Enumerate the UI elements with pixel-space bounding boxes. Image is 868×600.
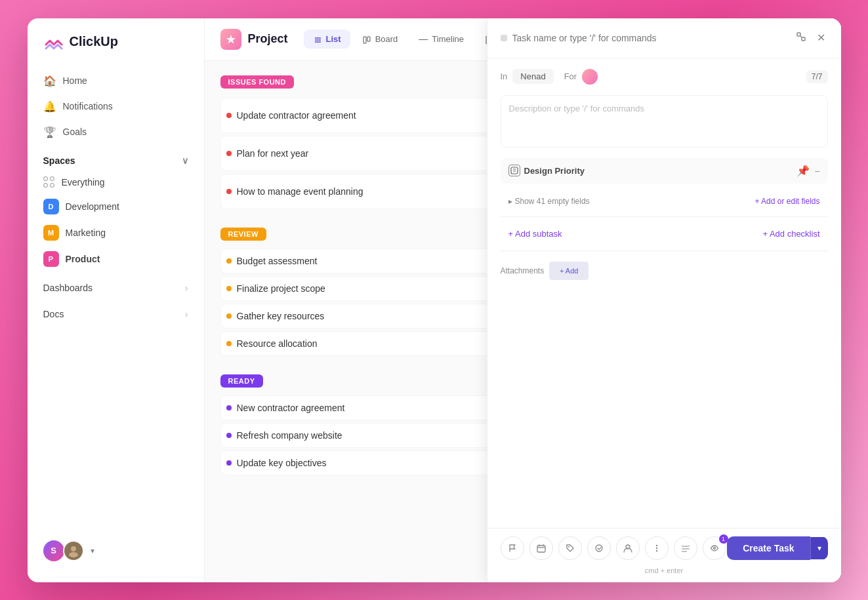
fraction-badge[interactable]: 7/7 (806, 70, 828, 83)
sidebar-item-marketing[interactable]: M Marketing (35, 220, 196, 246)
svg-point-32 (655, 547, 657, 548)
panel-header: ✕ (487, 18, 841, 58)
sidebar-item-product[interactable]: P Product (35, 246, 196, 272)
sidebar: ClickUp 🏠 Home 🔔 Notifications 🏆 Goals S… (28, 18, 205, 582)
sidebar-item-development[interactable]: D Development (35, 193, 196, 220)
add-subtask-btn[interactable]: + Add subtask (508, 229, 562, 239)
app-name: ClickUp (70, 34, 118, 49)
svg-rect-36 (682, 551, 687, 552)
task-dot (226, 405, 232, 410)
spaces-section-header: Spaces ∨ (28, 145, 204, 171)
task-name-input-area (501, 33, 793, 43)
spaces-collapse-icon[interactable]: ∨ (182, 155, 188, 166)
add-checklist-btn[interactable]: + Add checklist (762, 229, 819, 239)
flag-toolbar-btn[interactable] (501, 536, 524, 560)
task-dot (226, 433, 232, 438)
svg-point-33 (655, 550, 657, 551)
tab-board[interactable]: Board (353, 30, 407, 48)
tab-timeline[interactable]: — Timeline (409, 30, 473, 48)
cmd-hint: cmd + enter (501, 567, 828, 574)
svg-point-37 (713, 547, 715, 549)
divider (501, 250, 828, 251)
svg-rect-21 (511, 167, 518, 174)
svg-rect-19 (802, 37, 805, 41)
task-dot (226, 460, 232, 466)
add-fields-link[interactable]: + Add or edit fields (754, 197, 819, 206)
status-toolbar-btn[interactable] (587, 536, 611, 560)
assignee-toolbar-btn[interactable] (616, 536, 640, 560)
sidebar-item-dashboards[interactable]: Dashboards › (28, 277, 204, 298)
avatar-s: S (43, 540, 64, 561)
svg-point-1 (69, 552, 78, 557)
svg-point-31 (655, 544, 657, 546)
sidebar-item-notifications[interactable]: 🔔 Notifications (35, 94, 196, 119)
sidebar-item-everything[interactable]: Everything (35, 171, 196, 193)
sidebar-item-goals[interactable]: 🏆 Goals (35, 119, 196, 145)
main-nav: 🏠 Home 🔔 Notifications 🏆 Goals (28, 68, 204, 145)
logo: ClickUp (28, 31, 204, 68)
sidebar-item-docs[interactable]: Docs › (28, 304, 204, 325)
in-value[interactable]: Nenad (512, 69, 553, 84)
dashboards-chevron: › (185, 283, 188, 293)
docs-chevron: › (185, 309, 188, 319)
pin-icon[interactable]: 📌 (796, 165, 810, 177)
footer-caret[interactable]: ▾ (91, 546, 94, 555)
tab-list[interactable]: List (304, 30, 350, 48)
project-name: Project (248, 32, 288, 46)
svg-rect-35 (682, 548, 690, 550)
more-toolbar-btn[interactable] (645, 536, 669, 560)
sidebar-item-home[interactable]: 🏠 Home (35, 68, 196, 94)
list-toolbar-btn[interactable] (674, 536, 697, 560)
svg-rect-5 (363, 37, 366, 43)
svg-point-0 (71, 546, 76, 551)
attachments-area: Attachments + Add (501, 256, 828, 285)
tag-toolbar-btn[interactable] (558, 536, 582, 560)
eye-toolbar-btn[interactable]: 1 (703, 536, 726, 560)
project-title-area: Project (220, 29, 288, 50)
task-name-field[interactable] (512, 33, 793, 43)
design-priority-section: Design Priority 📌 – (501, 158, 828, 184)
task-dot (226, 151, 232, 156)
create-task-dropdown-button[interactable]: ▾ (810, 537, 828, 559)
svg-rect-24 (537, 546, 545, 552)
panel-body: In Nenad For 7/7 Description or type '/'… (487, 58, 841, 528)
expand-button[interactable] (793, 29, 809, 47)
create-task-button[interactable]: Create Task (727, 536, 810, 560)
svg-rect-18 (797, 33, 800, 36)
design-priority-label: Design Priority (508, 165, 585, 176)
close-button[interactable]: ✕ (814, 29, 828, 47)
toolbar-icon-group: 1 (501, 536, 726, 560)
divider (501, 216, 828, 217)
create-task-button-group: Create Task ▾ (727, 536, 827, 560)
svg-rect-6 (367, 37, 370, 41)
task-dot (226, 189, 232, 194)
toolbar-icons: 1 Create Task ▾ (501, 536, 828, 560)
svg-rect-34 (682, 546, 690, 547)
everything-icon (43, 176, 55, 188)
group-label-issues: ISSUES FOUND (220, 75, 295, 89)
group-label-review: REVIEW (220, 228, 266, 241)
task-create-panel: ✕ In Nenad For 7/7 Description or type '… (487, 18, 841, 582)
panel-footer: 1 Create Task ▾ cmd + enter (487, 528, 841, 582)
task-color-dot (501, 35, 507, 41)
task-dot (226, 313, 232, 319)
svg-point-29 (596, 545, 602, 551)
panel-actions: ✕ (793, 29, 828, 47)
timeline-icon: — (419, 33, 428, 44)
calendar-toolbar-btn[interactable] (529, 536, 553, 560)
svg-point-28 (568, 546, 569, 548)
empty-fields-row: ▸ Show 41 empty fields + Add or edit fie… (501, 191, 828, 211)
development-badge: D (43, 199, 59, 214)
description-field[interactable]: Description or type '/' for commands (501, 95, 828, 148)
caret-right-icon: ▸ (508, 197, 512, 206)
task-dot (226, 113, 232, 118)
project-icon (220, 29, 241, 50)
product-badge: P (43, 251, 59, 267)
avatar-user (63, 540, 84, 561)
group-label-ready: READY (220, 374, 263, 388)
subtask-row: + Add subtask + Add checklist (501, 222, 828, 245)
attachment-btn[interactable]: + Add (549, 262, 589, 280)
show-fields-toggle[interactable]: ▸ Show 41 empty fields (508, 197, 590, 206)
list-icon (313, 33, 322, 44)
for-avatar[interactable] (582, 69, 598, 85)
